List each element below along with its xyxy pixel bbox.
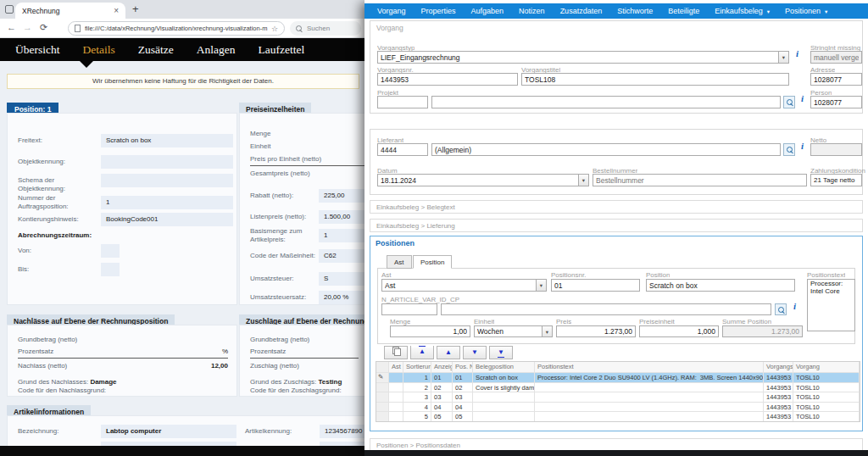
billing-period-heading: Abrechnungszeitraum: (18, 231, 92, 239)
invoice-nav: Übersicht Details Zusätze Anlagen Laufze… (0, 38, 366, 61)
tab-title: XRechnung (22, 7, 59, 15)
vorgangstitel-field[interactable] (521, 73, 789, 86)
lieferant-nr-field[interactable] (377, 143, 428, 156)
menu-notizen[interactable]: Notizen (511, 7, 553, 15)
positionen-title: Positionen (376, 239, 415, 247)
move-up-button[interactable]: ▲ (437, 346, 460, 359)
back-icon[interactable]: ← (7, 22, 16, 32)
col-positionstext[interactable]: Positionstext (535, 362, 764, 373)
section-lieferung[interactable]: Einkaufsbeleg > Lieferung (370, 219, 863, 232)
move-down-button[interactable]: ▼ (463, 346, 487, 359)
new-tab-button[interactable]: + (132, 3, 139, 15)
menu-einkaufsbeleg[interactable]: Einkaufsbeleg▾ (707, 7, 777, 15)
search-icon (296, 25, 303, 32)
field-label: Grund des Nachlasses: (18, 378, 88, 386)
grid-row-1[interactable]: ✎ 1 01 01 Scratch on box Processor: Inte… (376, 373, 860, 383)
menu-positionen[interactable]: Positionen▾ (777, 7, 835, 15)
positionsnr-field[interactable] (551, 279, 640, 292)
lieferant-name-field[interactable] (431, 143, 781, 156)
zahlungskondition-field[interactable] (810, 174, 862, 186)
menu-zusatzdaten[interactable]: Zusatzdaten (553, 7, 610, 15)
dropdown-button[interactable]: ▾ (536, 279, 547, 292)
col-vorgang[interactable]: Vorgang (793, 362, 860, 373)
positions-grid: Ast Sortierung Anzeige Pos. Nr. Belegpos… (376, 361, 860, 422)
position-detail-box: Ast ▾ Positionsnr. Position Positionstex… (377, 268, 855, 344)
menu-stichworte[interactable]: Stichworte (609, 7, 660, 15)
menu-beteiligte[interactable]: Beteiligte (660, 7, 707, 15)
grid-row-4[interactable]: 4 04 04 1443953 TOSL10 (376, 403, 860, 413)
projekt-code-field[interactable] (377, 96, 428, 108)
datum-field[interactable] (377, 174, 589, 186)
field-value: Damage (90, 378, 116, 386)
info-icon[interactable]: i (801, 141, 804, 151)
discount-panel-body: Grundbetrag (netto) Prozentsatz% Nachlas… (7, 325, 237, 397)
article-var-code-field[interactable] (381, 303, 437, 315)
menu-vorgang[interactable]: Vorgang (370, 7, 414, 15)
dropdown-button[interactable]: ▾ (778, 51, 789, 64)
dropdown-button[interactable]: ▾ (578, 174, 589, 186)
browser-tab[interactable]: XRechnung × (15, 3, 125, 19)
nav-zusaetze[interactable]: Zusätze (138, 43, 174, 57)
field-value: 20,00 % (319, 291, 366, 304)
reload-icon[interactable]: ⟳ (40, 22, 47, 33)
vorgangstyp-select[interactable] (377, 51, 789, 64)
grid-row-5[interactable]: 5 05 05 1443953 TOSL10 (376, 412, 860, 422)
positionstext-area[interactable]: Processor: Intel Core (807, 279, 855, 331)
lookup-button[interactable] (783, 143, 795, 156)
field-value: 1 (101, 196, 233, 209)
field-label: Grundbetrag (netto) (250, 336, 309, 343)
field-label: Umsatzsteuersatz: (250, 293, 320, 302)
tab-ast[interactable]: Ast (387, 255, 412, 269)
beleg-group: Lieferant i Netto Datum ▾ Bestellnummer … (370, 129, 863, 195)
search-input[interactable]: Suchen (290, 21, 361, 36)
grid-row-3[interactable]: 3 03 03 1443953 TOSL10 (376, 392, 860, 403)
tab-position[interactable]: Position (413, 255, 452, 269)
info-icon[interactable]: i (796, 48, 798, 58)
ast-label: Ast (381, 271, 392, 279)
grid-row-2[interactable]: 2 02 02 Cover is slightly damaged. 14439… (376, 383, 860, 393)
surcharge-panel-body: Grundbetrag (netto) Prozentsatz Zuschlag… (239, 325, 366, 397)
url-field[interactable]: file:///C:/data/xRechnung/Visualization/… (68, 21, 285, 36)
lookup-button[interactable] (775, 303, 787, 315)
article-var-label: N_ARTICLE_VAR_ID_CP (381, 296, 459, 303)
col-sortierung[interactable]: Sortierung (403, 362, 431, 373)
projekt-name-field[interactable] (431, 96, 781, 108)
bestellnummer-field[interactable] (593, 174, 807, 186)
col-pos-nr[interactable]: Pos. Nr. (453, 362, 473, 373)
info-icon[interactable]: i (801, 93, 804, 103)
preis-field[interactable] (556, 325, 636, 337)
forward-icon[interactable]: → (23, 22, 32, 32)
nav-uebersicht[interactable]: Übersicht (15, 43, 59, 57)
dropdown-button[interactable]: ▾ (542, 325, 553, 337)
close-icon[interactable]: × (114, 7, 119, 15)
preiseinheit-label: Preiseinheit (639, 318, 675, 325)
move-top-button[interactable]: ▲ (410, 346, 434, 359)
vorgangsnr-field[interactable] (377, 73, 518, 86)
nav-laufzettel[interactable]: Laufzettel (258, 43, 304, 57)
preiseinheit-field[interactable] (639, 325, 719, 337)
col-ast[interactable]: Ast (389, 362, 403, 373)
ast-select[interactable] (381, 279, 547, 292)
article-var-name-field[interactable] (441, 303, 771, 315)
menu-aufgaben[interactable]: Aufgaben (464, 7, 512, 15)
move-bottom-button[interactable]: ▼ (489, 346, 513, 359)
active-tab-pointer (80, 61, 93, 68)
col-belegposition[interactable]: Belegposition (473, 362, 535, 373)
col-anzeige[interactable]: Anzeige (431, 362, 453, 373)
bottom-bar (364, 450, 868, 456)
position-panel-body: Freitext: Scratch on box Objektkennung: … (7, 113, 237, 305)
section-belegtext[interactable]: Einkaufsbeleg > Belegtext (370, 200, 863, 214)
menu-properties[interactable]: Properties (414, 7, 464, 15)
position-field[interactable] (646, 279, 795, 292)
tab-overview-icon[interactable] (5, 5, 14, 14)
info-icon[interactable]: i (793, 301, 796, 311)
col-vorgangsnr[interactable]: Vorgangsnr. (764, 362, 793, 373)
copy-row-button[interactable] (384, 346, 408, 359)
nav-details[interactable]: Details (82, 43, 114, 57)
person-field[interactable] (810, 96, 862, 108)
menge-field[interactable] (390, 325, 470, 337)
bookmark-star-icon[interactable]: ☆ (271, 25, 278, 33)
lookup-button[interactable] (783, 96, 795, 108)
adresse-field[interactable] (810, 73, 862, 86)
nav-anlagen[interactable]: Anlagen (197, 43, 236, 57)
